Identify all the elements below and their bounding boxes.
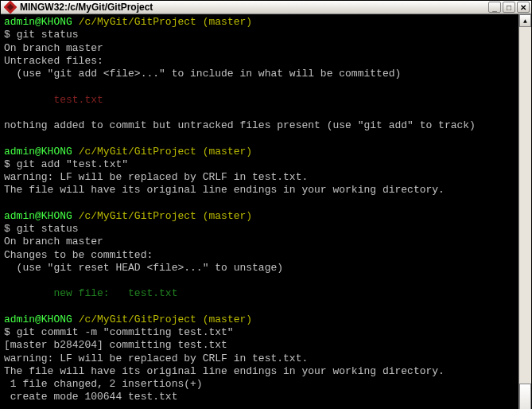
window-title: MINGW32:/c/MyGit/GitProject bbox=[20, 2, 488, 13]
prompt-dollar: $ bbox=[4, 223, 10, 235]
command-text: git commit -m "committing test.txt" bbox=[17, 326, 234, 338]
terminal-content[interactable]: admin@KHONG /c/MyGit/GitProject (master)… bbox=[1, 14, 518, 409]
scroll-thumb[interactable] bbox=[519, 384, 531, 409]
prompt-branch: (master) bbox=[203, 16, 252, 28]
output-line: On branch master bbox=[4, 42, 103, 54]
terminal-window: MINGW32:/c/MyGit/GitProject _ □ ✕ admin@… bbox=[0, 0, 532, 409]
output-line: [master b284204] committing test.txt bbox=[4, 339, 227, 351]
output-line: (use "git reset HEAD <file>..." to unsta… bbox=[4, 262, 283, 274]
staged-file: new file: test.txt bbox=[4, 287, 177, 299]
titlebar: MINGW32:/c/MyGit/GitProject _ □ ✕ bbox=[1, 1, 531, 14]
prompt-branch: (master) bbox=[203, 210, 252, 222]
output-line: On branch master bbox=[4, 236, 103, 247]
output-line: 1 file changed, 2 insertions(+) bbox=[4, 378, 203, 390]
output-line: Changes to be committed: bbox=[4, 249, 153, 261]
untracked-file: test.txt bbox=[4, 94, 103, 106]
prompt-dollar: $ bbox=[4, 158, 10, 170]
prompt-path: /c/MyGit/GitProject bbox=[79, 210, 196, 222]
close-button[interactable]: ✕ bbox=[517, 2, 530, 13]
minimize-button[interactable]: _ bbox=[488, 2, 501, 13]
prompt-branch: (master) bbox=[203, 314, 252, 325]
prompt-branch: (master) bbox=[203, 146, 252, 158]
scrollbar: ▲ ▼ bbox=[518, 14, 531, 409]
prompt-dollar: $ bbox=[4, 326, 10, 338]
scroll-track[interactable] bbox=[519, 27, 531, 409]
output-line: The file will have its original line end… bbox=[4, 184, 445, 196]
scroll-up-button[interactable]: ▲ bbox=[519, 14, 531, 27]
window-controls: _ □ ✕ bbox=[488, 2, 530, 13]
output-line: Untracked files: bbox=[4, 55, 103, 67]
maximize-button[interactable]: □ bbox=[503, 2, 515, 13]
app-icon bbox=[4, 1, 17, 14]
prompt-path: /c/MyGit/GitProject bbox=[79, 16, 196, 28]
output-line: (use "git add <file>..." to include in w… bbox=[4, 68, 401, 80]
output-line: create mode 100644 test.txt bbox=[4, 391, 177, 403]
prompt-path: /c/MyGit/GitProject bbox=[79, 146, 196, 158]
prompt-user: admin@KHONG bbox=[4, 16, 72, 28]
output-line: warning: LF will be replaced by CRLF in … bbox=[4, 353, 308, 364]
prompt-dollar: $ bbox=[4, 29, 10, 41]
output-line: warning: LF will be replaced by CRLF in … bbox=[4, 171, 308, 183]
prompt-user: admin@KHONG bbox=[4, 210, 72, 222]
command-text: git status bbox=[17, 223, 79, 235]
terminal-area: admin@KHONG /c/MyGit/GitProject (master)… bbox=[1, 14, 531, 409]
prompt-user: admin@KHONG bbox=[4, 146, 72, 158]
prompt-path: /c/MyGit/GitProject bbox=[79, 314, 196, 325]
command-text: git status bbox=[17, 29, 79, 41]
output-line: nothing added to commit but untracked fi… bbox=[4, 119, 476, 131]
command-text: git add "test.txt" bbox=[17, 158, 128, 170]
prompt-user: admin@KHONG bbox=[4, 314, 72, 325]
output-line: The file will have its original line end… bbox=[4, 365, 445, 377]
